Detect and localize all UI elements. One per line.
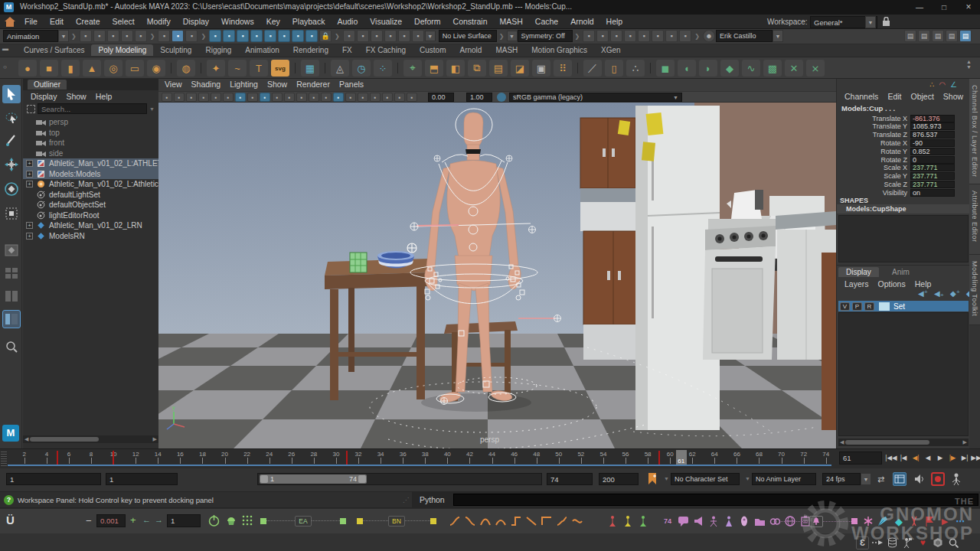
shelf-tab-xgen[interactable]: XGen [594, 44, 628, 56]
tool-settings-toggle-icon[interactable]: ▤ [959, 30, 972, 42]
green-cup[interactable] [350, 253, 367, 272]
tween-machine-icon[interactable]: 74 [660, 514, 675, 529]
outliner-hscrollbar[interactable]: ◀ ▶ [23, 435, 158, 443]
exposure-icon[interactable]: ▪ [394, 93, 405, 102]
channel-box-toggle-icon[interactable]: ▤ [932, 30, 944, 42]
move-layer-down-icon[interactable]: ◀₊ [934, 289, 944, 298]
transport-go-start-button[interactable]: |◀◀ [885, 452, 897, 464]
shelf-tab-arnold[interactable]: Arnold [452, 44, 488, 56]
cut-section-icon[interactable]: ▪ [665, 30, 678, 42]
ease-in-icon[interactable] [462, 514, 478, 529]
tab-attribute-editor[interactable]: Attribute Editor [969, 184, 980, 255]
search-mode-icon[interactable] [27, 105, 35, 113]
timeline-ruler[interactable]: 2468101214161820222426283032343638404244… [8, 450, 831, 467]
pose-bubble-icon[interactable] [675, 514, 691, 529]
channel-value-field[interactable]: on [910, 189, 955, 197]
motion-blur-icon[interactable]: ▪ [321, 93, 332, 102]
speed-graph-icon[interactable]: ◠ [939, 80, 946, 89]
reduce-icon[interactable]: ▩ [763, 60, 782, 77]
section-collapse[interactable]: ❯ [335, 33, 340, 40]
layer-name[interactable]: Set [893, 302, 905, 311]
pen-tool-icon[interactable] [876, 514, 891, 529]
select-rendering-icon[interactable]: ▪ [292, 30, 304, 42]
shelf-tab-poly-modeling[interactable]: Poly Modeling [91, 44, 153, 56]
scroll-thumb[interactable] [845, 440, 929, 445]
anim-layer-selector[interactable]: No Anim Layer [752, 473, 816, 485]
layer-visibility-toggle[interactable]: V [840, 302, 850, 311]
character-pose-icon[interactable] [721, 514, 737, 529]
select-joints-icon[interactable]: ▪ [223, 30, 235, 42]
poly-disc-icon[interactable]: ◉ [147, 60, 165, 77]
menu-show[interactable]: Show [263, 79, 292, 90]
ease-out-icon[interactable] [447, 514, 462, 529]
command-line-input[interactable] [453, 494, 978, 506]
menu-visualize[interactable]: Visualize [364, 15, 408, 28]
key-yellow-icon[interactable] [620, 514, 635, 529]
scroll-right-arrow[interactable]: ▶ [963, 439, 967, 445]
channel-value-field[interactable]: 1085.973 [910, 122, 955, 130]
light-editor-icon[interactable]: ▪ [652, 30, 664, 42]
menu-show[interactable]: Show [61, 91, 90, 102]
command-line-language[interactable]: Python [420, 495, 445, 504]
cleanup-icon[interactable]: ✕ [785, 60, 803, 77]
ease-slider-label[interactable]: EA [295, 516, 311, 527]
select-deformations-icon[interactable]: ▪ [264, 30, 276, 42]
svg-tool-icon[interactable]: svg [271, 60, 289, 77]
type-tool-icon[interactable]: T [250, 60, 268, 77]
section-collapse[interactable]: ❯ [150, 33, 155, 40]
curve-tool-icon[interactable]: ~ [228, 60, 247, 77]
menu-set-arrow[interactable]: ▼ [58, 30, 69, 42]
anim-layer-arrow[interactable]: ▼ [745, 476, 750, 481]
display-layer-row[interactable]: V P R Set [838, 301, 969, 311]
animbot-logo[interactable]: Ü [6, 514, 15, 527]
boolean-intersect-icon[interactable]: ◗ [699, 60, 717, 77]
ease-slider-right-handle[interactable] [340, 518, 346, 524]
target-weld-icon[interactable]: ∴ [626, 60, 645, 77]
rotate-tool[interactable] [2, 180, 21, 198]
blend-slider-right-handle[interactable] [430, 518, 436, 524]
select-tool[interactable] [2, 85, 21, 103]
blend-slider-left-handle[interactable] [357, 518, 363, 524]
gamma-icon[interactable]: ▪ [407, 93, 417, 102]
frame-step-field[interactable]: 1 [167, 514, 201, 527]
key-red-icon[interactable] [605, 514, 620, 529]
2d-pan-zoom-icon[interactable]: ▪ [223, 93, 234, 102]
shelf-tab-motion-graphics[interactable]: Motion Graphics [524, 44, 594, 56]
lasso-select-tool[interactable] [2, 108, 21, 126]
menu-select[interactable]: Select [106, 15, 141, 28]
channel-value-field[interactable]: 0.852 [910, 148, 955, 155]
transport-step-back-key-button[interactable]: ◀| [910, 452, 922, 464]
tween-value-field[interactable]: 0.001 [96, 514, 126, 527]
channel-value-field[interactable]: 876.537 [910, 131, 955, 139]
redo-icon[interactable]: ▪ [135, 30, 147, 42]
symmetry-field[interactable]: Symmetry: Off [518, 30, 573, 42]
uv-editor-icon[interactable]: ▦ [301, 60, 319, 77]
snap-options-arrow[interactable]: ▼ [425, 31, 436, 41]
tab-channel-box[interactable]: Channel Box / Layer Editor [969, 79, 980, 184]
range-slider-track[interactable]: 1 74 [257, 473, 542, 485]
expand-icon[interactable]: + [26, 233, 33, 240]
poly-sphere-icon[interactable]: ● [18, 60, 37, 77]
shelf-menu-icon[interactable]: ▬ [2, 45, 8, 52]
layer-tab-anim[interactable]: Anim [884, 267, 917, 277]
menu-playback[interactable]: Playback [286, 15, 332, 28]
outliner-tab[interactable]: Outliner [28, 80, 67, 90]
expand-icon[interactable]: + [26, 160, 33, 167]
s-curve-icon[interactable] [554, 514, 570, 529]
menu-show[interactable]: Show [939, 91, 968, 102]
section-collapse[interactable]: ❯ [201, 33, 206, 40]
select-misc-icon[interactable]: ▪ [305, 30, 318, 42]
grid-menu-icon[interactable] [242, 515, 253, 527]
blend-slider[interactable]: BN [357, 516, 436, 526]
textured-icon[interactable]: ▪ [272, 93, 283, 102]
outliner-item-modelsrn[interactable]: +ModelsRN [23, 231, 158, 242]
viewport-canvas[interactable]: RIGHT [158, 103, 836, 448]
hexagon-icon[interactable] [930, 535, 946, 550]
ease-flat-icon[interactable] [493, 514, 508, 529]
step-curve-icon[interactable] [508, 514, 524, 529]
cached-playback-icon[interactable] [893, 472, 906, 486]
menu-shading[interactable]: Shading [187, 79, 226, 90]
outliner-item-defaultobjectset[interactable]: defaultObjectSet [23, 200, 158, 210]
shelf-scroll-arrows[interactable]: ▲▼ [966, 59, 972, 70]
character-set-selector[interactable]: No Character Set [671, 473, 740, 485]
